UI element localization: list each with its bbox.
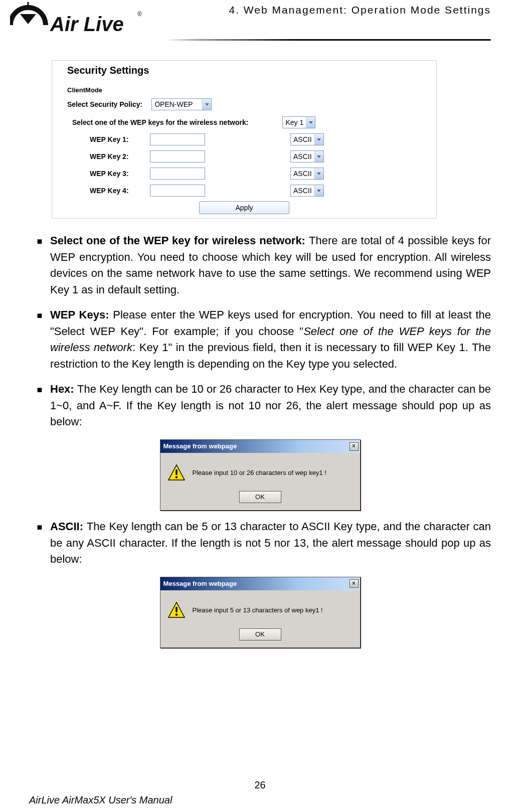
bullet-2-bold: WEP Keys: — [50, 308, 113, 321]
security-policy-select[interactable]: OPEN-WEP — [151, 98, 212, 110]
wep-key-4-type-select[interactable]: ASCII — [290, 185, 324, 197]
warning-icon — [167, 601, 186, 619]
bullet-4-text: The Key length can be 5 or 13 character … — [50, 520, 491, 565]
wep-key-select-value: Key 1 — [285, 118, 306, 126]
svg-point-1 — [27, 2, 30, 3]
wep-key-4-input[interactable] — [150, 185, 205, 197]
bullet-square-icon: ■ — [29, 519, 50, 568]
wep-key-3-input[interactable] — [150, 168, 205, 180]
dialog-title: Message from webpage — [163, 441, 237, 451]
chevron-down-icon — [202, 99, 211, 110]
wep-key-3-label: WEP Key 3: — [90, 170, 150, 178]
svg-text:Air Live: Air Live — [50, 13, 124, 35]
wep-key-2-type-select[interactable]: ASCII — [290, 150, 324, 163]
client-mode-label: ClientMode — [52, 86, 436, 94]
dialog-title: Message from webpage — [163, 579, 237, 588]
wep-key-2-input[interactable] — [150, 150, 205, 163]
airlive-logo: Air Live ® — [10, 2, 145, 47]
select-wep-key-label: Select one of the WEP keys for the wirel… — [72, 118, 252, 126]
wep-key-2-label: WEP Key 2: — [90, 152, 150, 160]
bullet-square-icon: ■ — [29, 307, 50, 372]
chevron-down-icon — [314, 168, 323, 179]
wep-key-4-label: WEP Key 4: — [90, 187, 150, 195]
chevron-down-icon — [306, 117, 315, 128]
header-divider — [165, 39, 491, 41]
chevron-down-icon — [314, 134, 323, 145]
security-policy-value: OPEN-WEP — [154, 100, 202, 108]
warning-icon — [167, 464, 186, 482]
wep-key-3-type-value: ASCII — [293, 170, 314, 178]
wep-key-1-type-select[interactable]: ASCII — [290, 133, 324, 145]
ascii-alert-dialog: Message from webpage × Please input 5 or… — [160, 577, 361, 648]
wep-key-select[interactable]: Key 1 — [282, 116, 315, 128]
bullet-select-wep-key: ■ Select one of the WEP key for wireless… — [29, 233, 491, 298]
bullet-3-text: The Key length can be 10 or 26 character… — [50, 383, 491, 428]
wep-key-1-label: WEP Key 1: — [90, 135, 150, 143]
bullet-square-icon: ■ — [29, 381, 50, 430]
apply-button[interactable]: Apply — [199, 201, 289, 214]
security-settings-title: Security Settings — [52, 63, 436, 86]
close-button[interactable]: × — [350, 579, 359, 588]
bullet-wep-keys: ■ WEP Keys: Please enter the WEP keys us… — [29, 307, 491, 372]
svg-point-7 — [175, 613, 177, 615]
svg-rect-4 — [176, 469, 178, 475]
bullet-4-bold: ASCII: — [50, 520, 87, 533]
header-section-label: 4. Web Management: Operation Mode Settin… — [229, 4, 491, 16]
security-policy-label: Select Security Policy: — [67, 100, 146, 108]
chevron-down-icon — [314, 151, 323, 162]
wep-key-4-type-value: ASCII — [293, 187, 314, 195]
wep-key-1-type-value: ASCII — [293, 135, 314, 143]
ok-button[interactable]: OK — [239, 628, 281, 640]
svg-rect-6 — [176, 607, 178, 612]
dialog-message: Please input 10 or 26 characters of wep … — [193, 468, 326, 477]
bullet-hex: ■ Hex: The Key length can be 10 or 26 ch… — [29, 381, 491, 430]
bullet-ascii: ■ ASCII: The Key length can be 5 or 13 c… — [29, 519, 491, 568]
close-button[interactable]: × — [350, 442, 359, 451]
wep-key-1-input[interactable] — [150, 133, 205, 145]
hex-alert-dialog: Message from webpage × Please input 10 o… — [160, 439, 361, 511]
ok-button[interactable]: OK — [239, 491, 281, 503]
bullet-3-bold: Hex: — [50, 383, 77, 395]
footer-manual-title: AirLive AirMax5X User's Manual — [0, 794, 520, 806]
bullet-square-icon: ■ — [29, 233, 50, 298]
bullet-1-bold: Select one of the WEP key for wireless n… — [50, 234, 309, 247]
dialog-message: Please input 5 or 13 characters of wep k… — [193, 605, 323, 615]
wep-key-2-type-value: ASCII — [293, 152, 314, 160]
svg-point-5 — [175, 476, 177, 478]
wep-key-3-type-select[interactable]: ASCII — [290, 168, 324, 180]
svg-text:®: ® — [137, 11, 142, 18]
chevron-down-icon — [314, 185, 323, 196]
page-number: 26 — [0, 779, 520, 791]
security-settings-panel: Security Settings ClientMode Select Secu… — [52, 60, 437, 219]
